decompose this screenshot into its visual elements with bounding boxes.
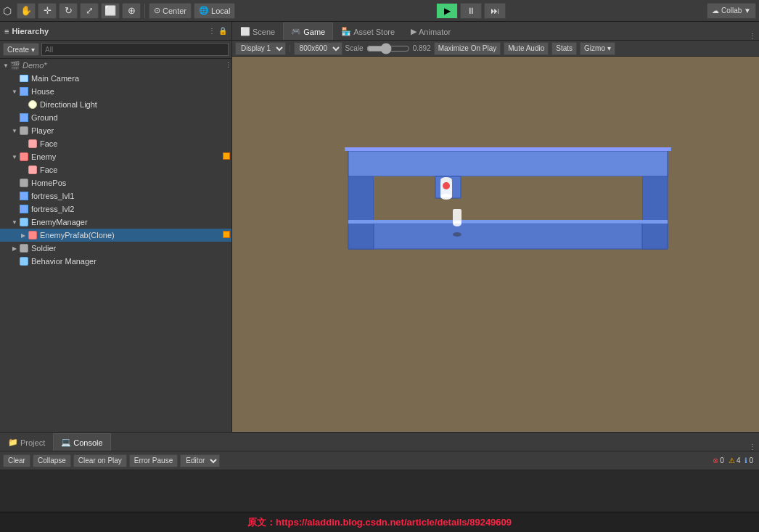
svg-rect-1 <box>374 176 642 224</box>
tree-item-behavior-manager[interactable]: Behavior Manager <box>0 255 231 268</box>
maximize-on-play-btn[interactable]: Maximize On Play <box>434 42 501 55</box>
hierarchy-lock-icon[interactable]: 🔒 <box>218 27 227 35</box>
tab-project[interactable]: 📁 Project <box>0 433 53 451</box>
rotate-tool-btn[interactable]: ↻ <box>59 3 78 19</box>
fortress2-icon <box>19 204 29 214</box>
center-pivot-btn[interactable]: ⊙ Center <box>149 3 192 19</box>
expand-enemymgr-icon[interactable]: ▼ <box>10 218 19 226</box>
tree-item-house[interactable]: ▼ House <box>0 85 231 98</box>
tree-item-demo[interactable]: ▼ 🎬 Demo* ⋮ <box>0 59 231 72</box>
hand-tool-btn[interactable]: ✋ <box>17 3 36 19</box>
scene-tab-icon: ⬜ <box>240 27 250 36</box>
tree-item-main-camera[interactable]: Main Camera <box>0 72 231 85</box>
expand-ground-icon <box>10 113 19 122</box>
prefab-handle-icon <box>223 231 230 240</box>
step-btn[interactable]: ⏭ <box>484 3 506 19</box>
svg-point-4 <box>440 177 452 183</box>
tree-item-player[interactable]: ▼ Player <box>0 124 231 137</box>
play-btn[interactable]: ▶ <box>436 3 458 19</box>
enemymgr-icon <box>19 217 29 227</box>
gizmos-dropdown-icon: ▾ <box>607 44 611 52</box>
unity-logo-icon: ⬡ <box>3 5 12 17</box>
expand-demo-icon[interactable]: ▼ <box>1 61 10 70</box>
maze-svg <box>305 93 740 296</box>
expand-enemy-icon[interactable]: ▼ <box>10 152 19 161</box>
hierarchy-icon: ≡ <box>4 27 9 36</box>
project-tab-icon: 📁 <box>8 438 18 447</box>
hierarchy-search-input[interactable] <box>41 43 229 56</box>
scale-tool-btn[interactable]: ⤢ <box>80 3 99 19</box>
fortress-lvl1-label: fortress_lvl1 <box>31 192 74 200</box>
move-tool-btn[interactable]: ✛ <box>38 3 57 19</box>
gizmos-btn[interactable]: Gizmo ▾ <box>580 42 615 55</box>
demo-menu-icon[interactable]: ⋮ <box>225 62 231 69</box>
tree-item-ground[interactable]: Ground <box>0 111 231 124</box>
app: ⬡ ✋ ✛ ↻ ⤢ ⬜ ⊕ ⊙ Center 🌐 Local ▶ ⏸ ⏭ ☁ C… <box>0 0 759 532</box>
expand-player-icon[interactable]: ▼ <box>10 126 19 135</box>
scale-slider[interactable] <box>366 43 410 54</box>
face-player-icon <box>28 139 38 149</box>
transform-tool-btn[interactable]: ⊕ <box>122 3 141 19</box>
expand-soldier-icon[interactable]: ▶ <box>10 244 19 253</box>
display-select[interactable]: Display 1 <box>235 42 286 55</box>
tree-item-fortress-lvl1[interactable]: fortress_lvl1 <box>0 189 231 202</box>
resolution-select[interactable]: 800x600 <box>294 42 342 55</box>
tree-item-fortress-lvl2[interactable]: fortress_lvl2 <box>0 202 231 216</box>
game-controls-row: Display 1 | 800x600 Scale 0.892 Maximize… <box>232 41 759 57</box>
tree-item-directional-light[interactable]: Directional Light <box>0 98 231 111</box>
enemy-handle-icon <box>223 152 230 161</box>
ground-icon <box>19 112 29 123</box>
tree-item-soldier[interactable]: ▶ Soldier <box>0 242 231 255</box>
bottom-panel-menu-icon[interactable]: ⋮ <box>749 443 759 451</box>
panel-menu-icon[interactable]: ⋮ <box>749 32 759 40</box>
hierarchy-toolbar: Create ▾ <box>0 41 231 59</box>
collapse-btn[interactable]: Collapse <box>33 454 71 467</box>
tab-scene[interactable]: ⬜ Scene <box>232 22 283 40</box>
url-text: 原文：https://aladdin.blog.csdn.net/article… <box>247 516 512 529</box>
error-pause-btn[interactable]: Error Pause <box>129 454 178 467</box>
rect-tool-btn[interactable]: ⬜ <box>101 3 120 19</box>
svg-rect-8 <box>453 209 461 224</box>
tree-item-enemy-prefab[interactable]: ▶ EnemyPrafab(Clone) <box>0 229 231 242</box>
tree-item-enemy[interactable]: ▼ Enemy <box>0 150 231 163</box>
center-icon: ⊙ <box>154 6 160 15</box>
homepos-label: HomePos <box>31 179 66 187</box>
tree-item-face-enemy[interactable]: Face <box>0 163 231 176</box>
tab-game[interactable]: 🎮 Game <box>283 22 333 40</box>
enemy-label: Enemy <box>31 152 56 161</box>
pause-btn[interactable]: ⏸ <box>460 3 482 19</box>
collab-btn[interactable]: ☁ Collab ▼ <box>707 3 756 19</box>
expand-enemyprefab-icon[interactable]: ▶ <box>19 231 28 240</box>
camera-icon <box>19 73 29 83</box>
expand-dlight-icon <box>19 100 28 109</box>
behaviormgr-icon <box>19 256 29 266</box>
mute-audio-btn[interactable]: Mute Audio <box>504 42 549 55</box>
hierarchy-header: ≡ Hierarchy ⋮ 🔒 <box>0 22 231 41</box>
warning-icon: ⚠ <box>729 457 735 465</box>
tab-asset-store[interactable]: 🏪 Asset Store <box>333 22 403 40</box>
demo-label: Demo* <box>22 61 47 70</box>
enemy-icon <box>19 152 29 162</box>
clear-btn[interactable]: Clear <box>3 454 30 467</box>
scale-value: 0.892 <box>413 44 431 52</box>
tab-animator[interactable]: ▶ Animator <box>403 22 459 40</box>
collab-icon: ☁ <box>712 7 719 15</box>
house-label: House <box>31 87 54 96</box>
console-toolbar: Clear Collapse Clear on Play Error Pause… <box>0 451 759 470</box>
clear-on-play-btn[interactable]: Clear on Play <box>73 454 127 467</box>
tree-item-homepos[interactable]: HomePos <box>0 176 231 189</box>
tree-item-enemy-manager[interactable]: ▼ EnemyManager <box>0 216 231 229</box>
hierarchy-content: ▼ 🎬 Demo* ⋮ Main Camera ▼ <box>0 59 231 432</box>
face-enemy-label: Face <box>40 165 57 174</box>
svg-point-5 <box>443 182 450 189</box>
create-btn[interactable]: Create ▾ <box>3 43 39 56</box>
sep1 <box>144 4 145 18</box>
local-global-btn[interactable]: 🌐 Local <box>194 3 235 19</box>
tree-item-face-player[interactable]: Face <box>0 137 231 150</box>
player-label: Player <box>31 126 54 135</box>
tab-console[interactable]: 💻 Console <box>53 433 110 451</box>
editor-select[interactable]: Editor <box>180 454 220 467</box>
hierarchy-menu-icon[interactable]: ⋮ <box>208 27 216 35</box>
stats-btn[interactable]: Stats <box>551 42 577 55</box>
expand-house-icon[interactable]: ▼ <box>10 87 19 96</box>
